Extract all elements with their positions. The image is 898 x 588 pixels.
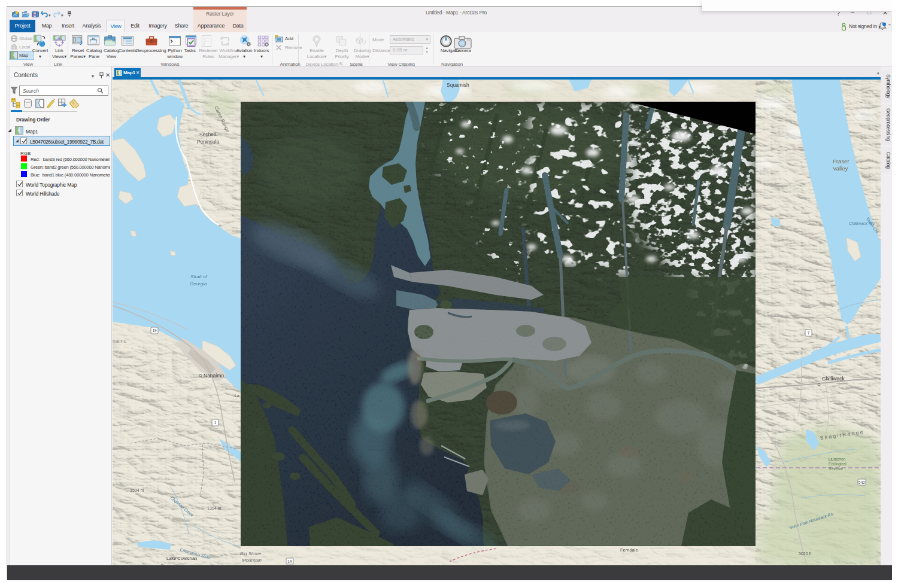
svg-text:1A: 1A bbox=[287, 559, 293, 563]
svg-text:Valley: Valley bbox=[833, 165, 848, 172]
svg-text:Peninsula: Peninsula bbox=[197, 139, 220, 145]
svg-text:5020 ft: 5020 ft bbox=[799, 552, 811, 556]
svg-text:Strait of: Strait of bbox=[190, 274, 207, 279]
svg-text:Nanaimo: Nanaimo bbox=[204, 373, 224, 379]
svg-text:Ferndale: Ferndale bbox=[620, 547, 638, 553]
svg-text:Chilliwack: Chilliwack bbox=[822, 376, 845, 382]
svg-text:Reserve: Reserve bbox=[829, 467, 844, 471]
svg-text:Fraser: Fraser bbox=[833, 158, 849, 164]
svg-text:Georgia: Georgia bbox=[190, 281, 207, 287]
svg-text:7: 7 bbox=[808, 331, 810, 335]
svg-text:19: 19 bbox=[152, 328, 157, 333]
svg-text:Liumchen: Liumchen bbox=[829, 457, 846, 461]
svg-text:1504 m: 1504 m bbox=[130, 488, 144, 492]
svg-text:Ecological: Ecological bbox=[829, 462, 847, 467]
svg-text:Lake Cowichan: Lake Cowichan bbox=[166, 556, 197, 561]
svg-text:Big Sicker: Big Sicker bbox=[240, 551, 262, 556]
svg-text:1: 1 bbox=[214, 421, 217, 425]
svg-text:naimo: naimo bbox=[113, 338, 126, 344]
svg-text:Squamish: Squamish bbox=[447, 82, 469, 88]
svg-text:542: 542 bbox=[858, 480, 865, 485]
svg-text:La: La bbox=[235, 394, 239, 398]
svg-text:Sechelt: Sechelt bbox=[199, 131, 217, 138]
svg-text:Mountain: Mountain bbox=[242, 557, 262, 563]
svg-text:1314 m: 1314 m bbox=[207, 506, 222, 510]
